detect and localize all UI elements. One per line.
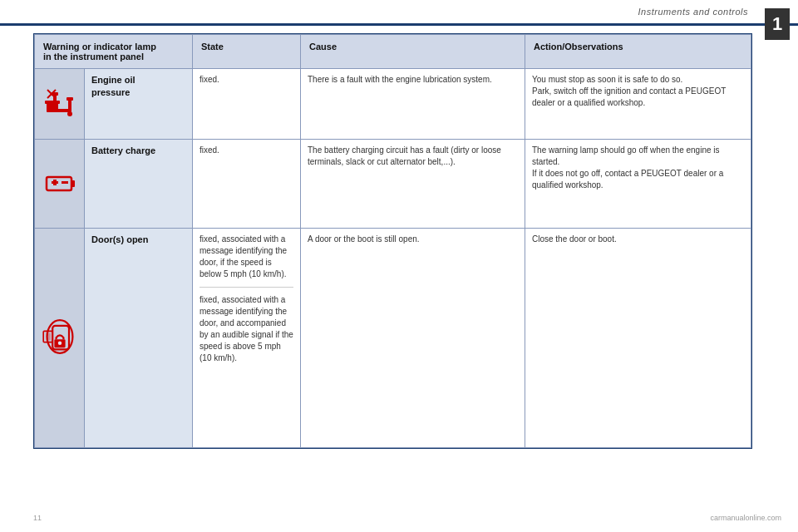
engine-oil-icon-cell	[35, 69, 85, 140]
svg-rect-1	[45, 101, 60, 104]
engine-oil-name: Engine oil pressure	[85, 69, 193, 140]
table-row: Battery charge fixed. The battery chargi…	[35, 140, 751, 229]
battery-charge-action: The warning lamp should go off when the …	[525, 140, 751, 229]
engine-oil-icon	[43, 86, 76, 119]
svg-rect-6	[66, 97, 73, 101]
col-header-action: Action/Observations	[525, 35, 751, 69]
battery-charge-cause: The battery charging circuit has a fault…	[301, 140, 525, 229]
table-header-row: Warning or indicator lamp in the instrum…	[35, 35, 751, 69]
doors-state-2-container: fixed, associated with a message identif…	[200, 287, 293, 364]
doors-open-action: Close the door or boot.	[525, 229, 751, 448]
svg-point-7	[67, 111, 72, 116]
table-row: Engine oil pressure fixed. There is a fa…	[35, 69, 751, 140]
chapter-number: 1	[765, 8, 790, 40]
page-number: 11	[33, 514, 42, 522]
svg-rect-11	[71, 180, 75, 187]
doors-open-name: Door(s) open	[85, 229, 193, 448]
battery-icon	[43, 165, 76, 199]
battery-icon-cell	[35, 140, 85, 229]
doors-state-2: fixed, associated with a message identif…	[200, 295, 293, 362]
col-header-state: State	[193, 35, 301, 69]
battery-charge-state: fixed.	[193, 140, 301, 229]
watermark: carmanualonline.com	[710, 514, 781, 522]
doors-open-cause: A door or the boot is still open.	[301, 229, 525, 448]
svg-point-20	[57, 341, 61, 344]
svg-rect-18	[46, 332, 51, 340]
main-table-container: Warning or indicator lamp in the instrum…	[33, 33, 752, 449]
door-icon-cell	[35, 229, 85, 448]
table-row: Door(s) open fixed, associated with a me…	[35, 229, 751, 448]
warning-lamps-table: Warning or indicator lamp in the instrum…	[34, 34, 751, 448]
engine-oil-cause: There is a fault with the engine lubrica…	[301, 69, 525, 140]
col-header-cause: Cause	[301, 35, 525, 69]
engine-oil-state: fixed.	[193, 69, 301, 140]
header-title: Instruments and controls	[638, 7, 748, 17]
blue-line	[0, 23, 798, 26]
svg-rect-14	[62, 181, 68, 184]
svg-rect-13	[53, 180, 57, 185]
col-header-lamp: Warning or indicator lamp in the instrum…	[35, 35, 193, 69]
doors-state-1: fixed, associated with a message identif…	[200, 234, 287, 278]
battery-charge-name: Battery charge	[85, 140, 193, 229]
svg-rect-5	[68, 99, 71, 111]
engine-oil-action: You must stop as soon it is safe to do s…	[525, 69, 751, 140]
doors-open-state: fixed, associated with a message identif…	[193, 229, 301, 448]
header-bar: Instruments and controls	[0, 0, 798, 23]
door-open-icon	[42, 312, 78, 362]
